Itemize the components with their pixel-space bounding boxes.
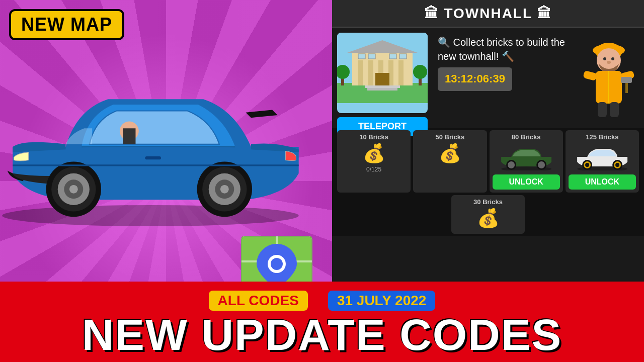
reward-card-50-bricks: 50 Bricks 💰 xyxy=(413,130,487,193)
svg-rect-13 xyxy=(123,128,135,144)
townhall-title: 🏛 TOWNHALL 🏛 xyxy=(424,6,552,21)
rewards-section: 10 Bricks 💰 0/125 50 Bricks 💰 80 Bricks xyxy=(332,128,644,236)
svg-rect-30 xyxy=(375,73,389,85)
svg-point-44 xyxy=(603,57,606,60)
bottom-bar-top: ALL CODES 31 JULY 2022 xyxy=(0,291,644,311)
svg-rect-32 xyxy=(367,88,397,90)
svg-point-5 xyxy=(69,185,78,194)
all-codes-badge: ALL CODES xyxy=(209,291,308,311)
building-preview xyxy=(337,33,428,113)
green-car-icon xyxy=(493,143,560,170)
svg-point-59 xyxy=(538,161,545,168)
bottom-bar: ALL CODES 31 JULY 2022 NEW UPDATE CODES xyxy=(0,282,644,362)
reward-card-30-bricks: 30 Bricks 💰 xyxy=(451,195,525,234)
game-top-section: TELEPORT 🔍 Collect bricks to build the n… xyxy=(332,28,644,128)
svg-rect-34 xyxy=(368,54,375,59)
right-panel: 🏛 TOWNHALL 🏛 xyxy=(332,0,644,282)
svg-rect-36 xyxy=(399,54,407,59)
svg-point-0 xyxy=(2,205,298,226)
svg-point-57 xyxy=(508,161,515,168)
svg-point-66 xyxy=(615,163,619,167)
date-badge: 31 JULY 2022 xyxy=(328,291,436,311)
svg-rect-26 xyxy=(368,60,373,85)
svg-point-63 xyxy=(585,163,589,167)
svg-rect-52 xyxy=(621,77,632,83)
reward-card-125-bricks: 125 Bricks UNLOCK xyxy=(566,130,639,193)
svg-point-45 xyxy=(611,57,614,60)
timer-display: 13:12:06:39 xyxy=(438,67,512,91)
reward-icon-1: 💰 xyxy=(340,143,408,164)
svg-point-40 xyxy=(413,65,427,79)
svg-point-46 xyxy=(607,61,611,64)
svg-rect-33 xyxy=(358,54,365,59)
svg-rect-11 xyxy=(145,156,161,159)
collect-description: 🔍 Collect bricks to build the new townha… xyxy=(438,35,569,63)
collect-info: 🔍 Collect bricks to build the new townha… xyxy=(433,33,574,123)
svg-rect-53 xyxy=(598,102,607,117)
svg-rect-35 xyxy=(389,54,396,59)
svg-rect-29 xyxy=(398,60,404,85)
unlock-button-125[interactable]: UNLOCK xyxy=(569,174,636,190)
svg-point-10 xyxy=(220,185,229,194)
white-car-icon xyxy=(569,143,636,170)
unlock-button-80[interactable]: UNLOCK xyxy=(493,174,560,190)
townhall-header: 🏛 TOWNHALL 🏛 xyxy=(332,0,644,28)
new-map-badge: NEW MAP xyxy=(9,9,124,40)
reward-card-80-bricks: 80 Bricks UNLOCK xyxy=(490,130,563,193)
reward-card-10-bricks: 10 Bricks 💰 0/125 xyxy=(337,130,411,193)
svg-rect-49 xyxy=(583,70,597,81)
svg-point-43 xyxy=(597,48,621,72)
main-title: NEW UPDATE CODES xyxy=(82,313,562,357)
worker-character xyxy=(579,33,639,123)
blue-car-illustration xyxy=(0,25,332,226)
svg-rect-54 xyxy=(610,102,619,117)
svg-rect-31 xyxy=(365,85,400,88)
svg-rect-25 xyxy=(358,60,363,85)
reward-icon-5: 💰 xyxy=(454,208,522,229)
reward-icon-2: 💰 xyxy=(416,143,484,164)
svg-point-20 xyxy=(271,258,283,270)
